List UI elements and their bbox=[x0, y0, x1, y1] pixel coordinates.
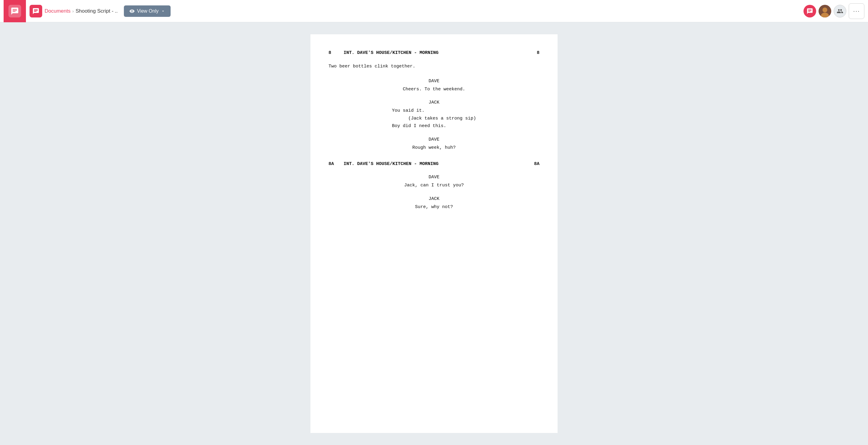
user-avatar[interactable] bbox=[818, 5, 831, 18]
scene-8a-number-right: 8A bbox=[527, 161, 539, 168]
avatar-image bbox=[818, 5, 831, 18]
app-logo bbox=[4, 0, 26, 22]
dialogue-jack-1-text: You said it. (Jack takes a strong sip)Bo… bbox=[392, 107, 476, 130]
scene-8a-number-left: 8A bbox=[329, 161, 341, 168]
view-only-label: View Only bbox=[137, 8, 159, 14]
users-button[interactable] bbox=[834, 5, 846, 18]
current-document-name: Shooting Script - .. bbox=[76, 8, 118, 14]
more-options-button[interactable]: ··· bbox=[849, 3, 864, 19]
dialogue-dave-8a-text: Jack, can I trust you? bbox=[404, 181, 464, 190]
character-dave-2: DAVE bbox=[429, 136, 439, 143]
scene-8-number-left: 8 bbox=[329, 49, 341, 57]
documents-link[interactable]: Documents bbox=[44, 8, 70, 14]
logo-icon bbox=[8, 5, 21, 18]
scene-8-heading: 8 INT. DAVE'S HOUSE/KITCHEN - MORNING 8 bbox=[329, 49, 539, 57]
dialogue-jack-1: JACK You said it. (Jack takes a strong s… bbox=[329, 99, 539, 130]
dialogue-dave-1-text: Cheers. To the weekend. bbox=[403, 85, 465, 93]
dialogue-dave-8a: DAVE Jack, can I trust you? bbox=[329, 174, 539, 190]
dialogue-jack-8a-text: Sure, why not? bbox=[415, 203, 453, 211]
dialogue-jack-8a: JACK Sure, why not? bbox=[329, 195, 539, 211]
navbar: Documents › Shooting Script - .. View On… bbox=[0, 0, 868, 22]
chat-button[interactable] bbox=[804, 5, 816, 18]
scene-8a-heading-text: INT. DAVE'S HOUSE/KITCHEN - MORNING bbox=[341, 161, 527, 168]
scene-8-number-right: 8 bbox=[527, 49, 539, 57]
dialogue-dave-2-text: Rough week, huh? bbox=[412, 144, 456, 152]
doc-svg bbox=[32, 7, 39, 15]
main-content: 8 INT. DAVE'S HOUSE/KITCHEN - MORNING 8 … bbox=[0, 22, 868, 445]
chat-bubble-logo bbox=[10, 7, 19, 15]
svg-point-1 bbox=[823, 7, 827, 12]
scene-8-heading-text: INT. DAVE'S HOUSE/KITCHEN - MORNING bbox=[341, 49, 527, 57]
dialogue-dave-2: DAVE Rough week, huh? bbox=[329, 136, 539, 152]
chevron-down-icon bbox=[161, 9, 165, 13]
character-dave-8a: DAVE bbox=[429, 174, 439, 181]
dialogue-dave-1: DAVE Cheers. To the weekend. bbox=[329, 78, 539, 93]
breadcrumb: Documents › Shooting Script - .. bbox=[44, 8, 118, 14]
scene-8a-heading: 8A INT. DAVE'S HOUSE/KITCHEN - MORNING 8… bbox=[329, 161, 539, 168]
scene-8-action: Two beer bottles clink together. bbox=[329, 63, 539, 70]
breadcrumb-chevron: › bbox=[72, 9, 74, 13]
chat-icon bbox=[807, 8, 813, 14]
users-icon bbox=[837, 8, 843, 14]
view-only-button[interactable]: View Only bbox=[124, 5, 171, 17]
document-icon bbox=[30, 5, 42, 18]
character-dave-1: DAVE bbox=[429, 78, 439, 85]
character-jack-1: JACK bbox=[429, 99, 439, 106]
script-page: 8 INT. DAVE'S HOUSE/KITCHEN - MORNING 8 … bbox=[310, 34, 558, 433]
character-jack-8a: JACK bbox=[429, 195, 439, 203]
eye-icon bbox=[129, 8, 135, 14]
navbar-right: ··· bbox=[804, 3, 864, 19]
more-dots: ··· bbox=[853, 7, 860, 14]
